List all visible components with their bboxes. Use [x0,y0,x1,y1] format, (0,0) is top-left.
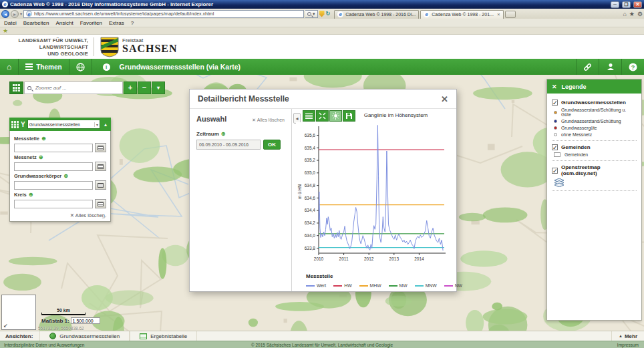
legend-item-label: Grundwassergüte [561,126,597,130]
favorites-bar-star-icon[interactable]: ★ [3,28,8,34]
app-navbar: ⌂ Themen i Grundwassermessstellen (via K… [0,59,644,75]
plus-circle-icon[interactable]: ⊕ [221,131,226,137]
settings-gear-icon[interactable]: ⚙ [637,11,643,17]
maximize-button[interactable]: ❐ [622,1,631,8]
svg-text:2010: 2010 [314,256,324,261]
legend-polygon-icon [554,152,560,157]
resize-grip[interactable] [102,216,106,218]
browser-titlebar: e Cadenza Web © 1998 - 2016 Disy Informa… [0,0,644,9]
user-button[interactable] [599,59,621,75]
impressum-link[interactable]: Impressum [617,343,644,347]
plus-circle-icon[interactable]: ⊕ [41,136,46,142]
grundwasserk-rper-picker-button[interactable] [95,180,106,190]
nav-home-button[interactable]: ⌂ [0,59,19,75]
legend-close-icon[interactable]: ✕ [552,83,557,90]
list-icon [305,113,313,119]
zoom-options-button[interactable]: ▾ [152,81,165,94]
svg-text:634,6: 634,6 [305,196,316,200]
overview-resize-icon[interactable]: ↙ [3,323,8,329]
filter-layer-select[interactable]: Grundwassermessstellen ▾ [27,120,100,129]
field-label-text: Messstelle [14,136,39,142]
messstelle-picker-button[interactable] [95,143,106,152]
url-field[interactable]: e https://www.umwelt.sachsen.de/umwelt/i… [23,10,304,18]
forward-button[interactable]: ▸ [11,10,19,18]
back-button[interactable]: ◂ [1,10,9,18]
scale-ratio-input[interactable] [71,317,100,324]
browser-action-icons: ⌂ ★ ⚙ [623,11,643,17]
grundwasserk-rper-input[interactable] [14,181,93,190]
close-button[interactable]: ✕ [633,1,642,8]
help-button[interactable]: ? [621,59,644,75]
legend-item: Gemeinden [554,152,637,157]
table-icon [98,146,104,150]
map-view-icon [49,333,56,339]
chart-list-button[interactable] [303,110,315,122]
menu-item-bearbeiten[interactable]: Bearbeiten [23,20,49,26]
zoom-in-button[interactable]: + [124,81,137,94]
messstelle-input[interactable] [14,144,93,152]
selection-clear-button[interactable]: ✕ Alles löschen [252,118,285,123]
legend-swatch [359,285,368,287]
filter-panel-collapse-button[interactable]: ▴ [102,122,109,128]
browser-tab-1[interactable]: eCadenza Web © 1998 - 2016 Di... [334,10,419,19]
menu-item-ansicht[interactable]: Ansicht [55,20,73,26]
search-button[interactable]: ▾ [305,10,318,18]
nav-map-button[interactable] [69,59,92,75]
history-dropdown-icon[interactable]: ▾ [20,11,22,16]
dialog-close-button[interactable]: ✕ [441,94,448,104]
kreis-picker-button[interactable] [95,199,106,208]
browser-tab-2[interactable]: eCadenza Web © 1998 - 201...× [420,10,503,19]
svg-text:?: ? [631,63,635,70]
plus-circle-icon[interactable]: ⊕ [29,192,33,198]
menu-item-[interactable]: ? [131,20,134,26]
messnetz-input[interactable] [14,162,93,171]
overview-map[interactable]: ↙ [1,295,36,330]
compatibility-view-icon[interactable]: ↻ [326,11,331,17]
home-icon[interactable]: ⌂ [623,11,626,17]
globe-icon [76,63,85,71]
zoom-search-input[interactable] [34,84,120,92]
field-label-text: Grundwasserkörper [14,173,61,179]
view-tab-ergebnistabelle[interactable]: Ergebnistabelle [130,331,197,341]
tab-close-icon[interactable]: × [497,11,500,17]
ok-button[interactable]: OK [263,140,281,150]
svg-text:2011: 2011 [339,256,349,261]
layer-checkbox[interactable]: ✓ [552,144,558,150]
legend-layer-openstreetmap-osm-disy-net: ✓Openstreetmap (osm.disy.net) [552,164,637,176]
legend-dot-icon [554,120,557,123]
layers-icon [554,178,565,187]
layer-label: Gemeinden [561,144,591,150]
favorites-star-icon[interactable]: ★ [629,11,635,17]
page-context: i [92,59,117,75]
view-tab-grundwassermessstellen[interactable]: Grundwassermessstellen [39,331,130,341]
share-link-button[interactable] [576,59,599,75]
chart-legend-entry-mw: MW [389,283,408,288]
plus-circle-icon[interactable]: ⊕ [39,154,43,160]
legend-swatch [444,285,453,287]
zoom-out-button[interactable]: − [138,81,151,94]
plus-circle-icon[interactable]: ⊕ [63,173,68,179]
kreis-input[interactable] [14,200,93,208]
menu-item-datei[interactable]: Datei [4,20,17,26]
layer-checkbox[interactable]: ✓ [552,100,558,106]
menu-item-extras[interactable]: Extras [109,20,124,26]
svg-text:635,6: 635,6 [305,133,316,138]
layer-label: Grundwassermessstellen [561,100,626,106]
layer-checkbox[interactable]: ✓ [552,168,558,174]
minimize-button[interactable]: ─ [611,1,619,8]
grid-icon[interactable] [11,121,19,128]
info-icon[interactable]: i [103,63,110,71]
ratio-prefix: 1: [64,318,69,324]
new-tab-button[interactable] [505,11,516,18]
more-button[interactable]: ▲Mehr [611,331,644,341]
messnetz-picker-button[interactable] [95,162,106,171]
menu-item-favoriten[interactable]: Favoriten [80,20,102,26]
zeitraum-input[interactable] [196,140,261,150]
mouse-coordinates: 551732.39, 5650838.62 [38,326,84,331]
nav-themes-button[interactable]: Themen [19,59,69,75]
application-window: e Cadenza Web © 1998 - 2016 Disy Informa… [0,0,644,348]
svg-text:634,8: 634,8 [305,183,316,188]
chart-fullscreen-button[interactable] [316,110,329,122]
filter-clear-button[interactable]: ✕ Alles löschen [70,212,105,218]
map-tools-button[interactable] [9,81,23,94]
